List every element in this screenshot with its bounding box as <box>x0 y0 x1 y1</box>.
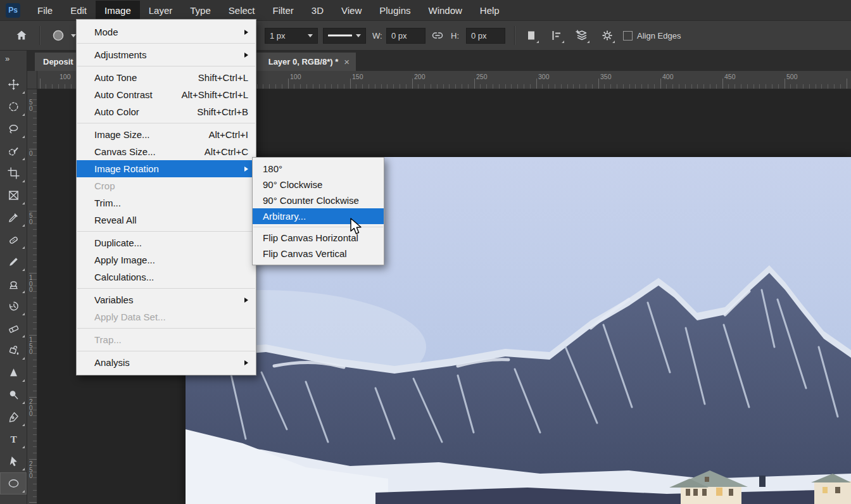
divider <box>39 26 41 45</box>
submenu-item-flip-canvas-vertical[interactable]: Flip Canvas Vertical <box>253 246 384 261</box>
menu-item-trim[interactable]: Trim... <box>77 194 256 211</box>
submenu-arrow-icon <box>244 167 248 172</box>
document-tab-title-end: Layer 0, RGB/8*) * <box>268 57 339 66</box>
submenu-item-arbitrary[interactable]: Arbitrary... <box>253 208 384 224</box>
menu-separator <box>77 328 255 329</box>
menu-item-analysis[interactable]: Analysis <box>77 354 256 371</box>
menubar-item-help[interactable]: Help <box>471 1 508 20</box>
menubar-item-type[interactable]: Type <box>181 1 220 20</box>
sharpen-tool[interactable] <box>0 362 27 384</box>
ruler-label: 500 <box>786 73 798 80</box>
path-selection-tool[interactable] <box>0 450 27 472</box>
menu-item-crop: Crop <box>77 177 256 194</box>
healing-brush-tool[interactable] <box>0 229 27 251</box>
path-alignment-icon <box>550 29 563 42</box>
ruler-label: 350 <box>600 73 612 80</box>
shape-width-field[interactable]: 0 px <box>386 21 426 50</box>
menubar-item-window[interactable]: Window <box>419 1 470 20</box>
eraser-tool[interactable] <box>0 317 27 339</box>
menu-item-duplicate[interactable]: Duplicate... <box>77 234 256 251</box>
menubar-item-plugins[interactable]: Plugins <box>370 1 419 20</box>
tool-preset-picker[interactable] <box>51 21 76 50</box>
toolbar-expander[interactable]: » <box>0 50 27 73</box>
menu-item-calculations[interactable]: Calculations... <box>77 268 256 286</box>
menu-item-apply-image[interactable]: Apply Image... <box>77 251 256 268</box>
tool-bar: » T <box>0 50 27 504</box>
ruler-label: 150 <box>352 73 363 80</box>
path-operations-button[interactable] <box>522 21 541 50</box>
menubar-item-edit[interactable]: Edit <box>61 1 96 20</box>
menubar-item-filter[interactable]: Filter <box>264 1 303 20</box>
align-edges-checkbox[interactable]: Align Edges <box>623 21 681 50</box>
menu-item-mode[interactable]: Mode <box>77 23 256 41</box>
menubar-item-file[interactable]: File <box>28 1 61 20</box>
brush-tool[interactable] <box>0 251 27 273</box>
submenu-item-flip-canvas-horizontal[interactable]: Flip Canvas Horizontal <box>253 230 384 246</box>
menu-separator <box>77 231 255 232</box>
ruler-label: 50 <box>29 99 35 111</box>
stroke-width-dropdown[interactable]: 1 px <box>265 21 318 50</box>
type-tool[interactable]: T <box>0 428 27 450</box>
menu-item-variables[interactable]: Variables <box>77 291 256 308</box>
chevron-down-icon <box>356 34 361 37</box>
height-label: H: <box>451 31 459 41</box>
menu-item-reveal-all[interactable]: Reveal All <box>77 211 256 229</box>
dodge-tool[interactable] <box>0 384 27 406</box>
close-icon[interactable]: × <box>344 56 350 67</box>
menu-item-auto-contrast[interactable]: Auto ContrastAlt+Shift+Ctrl+L <box>77 86 256 103</box>
ruler-label: 450 <box>724 73 736 80</box>
submenu-arrow-icon <box>244 53 248 58</box>
menu-item-auto-color[interactable]: Auto ColorShift+Ctrl+B <box>77 103 256 120</box>
menu-item-image-size[interactable]: Image Size...Alt+Ctrl+I <box>77 126 256 143</box>
width-label: W: <box>372 31 382 41</box>
menubar-item-select[interactable]: Select <box>220 1 264 20</box>
frame-tool[interactable] <box>0 184 27 206</box>
menu-separator <box>77 43 255 44</box>
shape-settings-button[interactable] <box>598 21 617 50</box>
stroke-width-value: 1 px <box>270 31 286 41</box>
chevron-down-icon <box>308 34 313 37</box>
history-brush-tool[interactable] <box>0 295 27 317</box>
shape-height-value: 0 px <box>471 31 487 41</box>
menubar-item-image[interactable]: Image <box>96 1 140 20</box>
elliptical-marquee-tool[interactable] <box>0 96 27 118</box>
path-alignment-button[interactable] <box>547 21 566 50</box>
path-arrangement-button[interactable] <box>572 21 591 50</box>
ellipse-tool[interactable] <box>0 472 27 495</box>
crop-tool[interactable] <box>0 162 27 184</box>
eyedropper-tool[interactable] <box>0 206 27 229</box>
menubar-item-layer[interactable]: Layer <box>140 1 182 20</box>
ruler-label: 250 <box>29 461 35 479</box>
menu-item-adjustments[interactable]: Adjustments <box>77 46 256 63</box>
ruler-label: 200 <box>29 399 35 417</box>
menu-separator <box>77 351 255 351</box>
lasso-tool[interactable] <box>0 118 27 140</box>
submenu-arrow-icon <box>244 298 248 303</box>
ruler-label: 300 <box>538 73 550 80</box>
clone-stamp-tool[interactable] <box>0 273 27 295</box>
menu-item-image-rotation[interactable]: Image Rotation <box>77 160 256 177</box>
pen-tool[interactable] <box>0 406 27 428</box>
shape-height-field[interactable]: 0 px <box>466 21 505 50</box>
stroke-style-dropdown[interactable] <box>323 21 366 50</box>
link-dimensions-button[interactable] <box>431 21 444 50</box>
menu-item-auto-tone[interactable]: Auto ToneShift+Ctrl+L <box>77 69 256 86</box>
paint-bucket-tool[interactable] <box>0 339 27 362</box>
submenu-arrow-icon <box>244 30 248 35</box>
menubar-item-view[interactable]: View <box>332 1 370 20</box>
submenu-item-90-counter-clockwise[interactable]: 90° Counter Clockwise <box>253 192 384 208</box>
menu-separator <box>77 123 255 123</box>
home-icon <box>15 29 28 42</box>
image-rotation-submenu: 180° 90° Clockwise 90° Counter Clockwise… <box>252 157 384 265</box>
shortcut: Shift+Ctrl+B <box>186 106 248 117</box>
ruler-label: 400 <box>662 73 674 80</box>
shortcut: Alt+Ctrl+C <box>193 146 248 157</box>
submenu-item-90-clockwise[interactable]: 90° Clockwise <box>253 177 384 192</box>
hand-tool[interactable] <box>0 495 27 504</box>
home-button[interactable] <box>15 21 28 50</box>
submenu-item-180[interactable]: 180° <box>253 161 384 177</box>
object-selection-tool[interactable] <box>0 140 27 162</box>
menu-item-canvas-size[interactable]: Canvas Size...Alt+Ctrl+C <box>77 143 256 160</box>
move-tool[interactable] <box>0 73 27 96</box>
menubar-item-3d[interactable]: 3D <box>303 1 332 20</box>
